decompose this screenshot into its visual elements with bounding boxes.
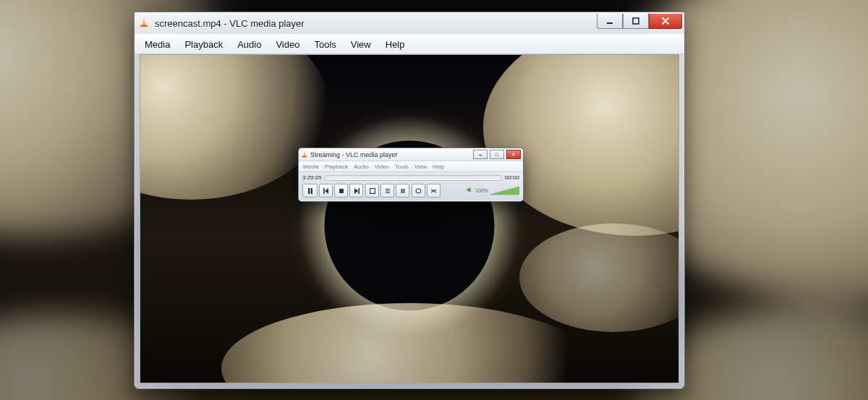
mini-window-title: Streaming - VLC media player [310,151,398,158]
mini-controls: 100% [302,184,519,197]
mini-volume-label: 100% [475,188,488,193]
mini-volume: 100% [467,186,519,195]
window-title: screencast.mp4 - VLC media player [155,18,305,29]
svg-rect-5 [303,153,305,154]
mini-close-button[interactable]: ✕ [506,150,521,159]
mini-time-elapsed: 3:29:05 [302,174,322,181]
menu-playback[interactable]: Playback [177,36,230,53]
svg-rect-4 [304,152,305,153]
menu-video[interactable]: Video [268,36,307,53]
maximize-button[interactable] [623,14,649,29]
menu-view[interactable]: View [344,36,378,53]
shuffle-button[interactable] [427,184,441,197]
mini-volume-slider[interactable] [490,186,519,195]
fullscreen-button[interactable] [365,184,379,197]
mini-menu-video[interactable]: Video [372,163,392,170]
mini-minimize-button[interactable]: ‒ [473,150,488,159]
svg-rect-2 [607,22,613,24]
menu-help[interactable]: Help [378,36,412,53]
stop-button[interactable] [334,184,348,197]
playlist-button[interactable] [380,184,394,197]
mini-menu-tools[interactable]: Tools [392,163,412,170]
mini-menu-playback[interactable]: Playback [322,163,351,170]
svg-rect-1 [142,22,146,23]
mini-maximize-button[interactable]: □ [490,150,504,159]
video-area[interactable]: Streaming - VLC media player ‒ □ ✕ Media… [140,54,679,383]
svg-rect-7 [310,188,312,194]
speaker-icon [467,187,473,195]
svg-rect-10 [358,188,359,194]
window-controls [597,14,682,29]
svg-rect-3 [633,18,639,24]
menu-media[interactable]: Media [137,36,177,53]
mini-menu-audio[interactable]: Audio [351,163,371,170]
extended-settings-button[interactable] [396,184,409,197]
mini-menu-view[interactable]: View [412,163,430,170]
mini-menu-help[interactable]: Help [430,163,447,170]
mini-menubar: Media Playback Audio Video Tools View He… [299,161,523,172]
menubar: Media Playback Audio Video Tools View He… [135,34,684,54]
vlc-main-window: screencast.mp4 - VLC media player Media … [134,12,685,389]
close-button[interactable] [649,14,682,29]
previous-button[interactable] [319,184,333,197]
menu-tools[interactable]: Tools [307,36,343,53]
svg-rect-0 [142,20,145,21]
mini-time-total: 00:00 [505,174,519,181]
mini-seek-bar[interactable] [325,175,502,181]
next-button[interactable] [349,184,363,197]
loop-button[interactable] [412,184,425,197]
svg-rect-8 [323,188,325,194]
menu-audio[interactable]: Audio [230,36,268,53]
minimize-button[interactable] [597,14,623,29]
svg-rect-9 [339,189,344,193]
vlc-cone-icon [139,17,150,29]
vlc-cone-icon [301,150,308,159]
pause-button[interactable] [302,184,318,197]
titlebar[interactable]: screencast.mp4 - VLC media player [135,12,684,34]
mini-menu-media[interactable]: Media [300,163,322,170]
vlc-mini-window: Streaming - VLC media player ‒ □ ✕ Media… [298,148,524,202]
svg-rect-11 [370,188,375,193]
svg-rect-6 [308,188,310,194]
mini-titlebar[interactable]: Streaming - VLC media player ‒ □ ✕ [299,148,523,161]
